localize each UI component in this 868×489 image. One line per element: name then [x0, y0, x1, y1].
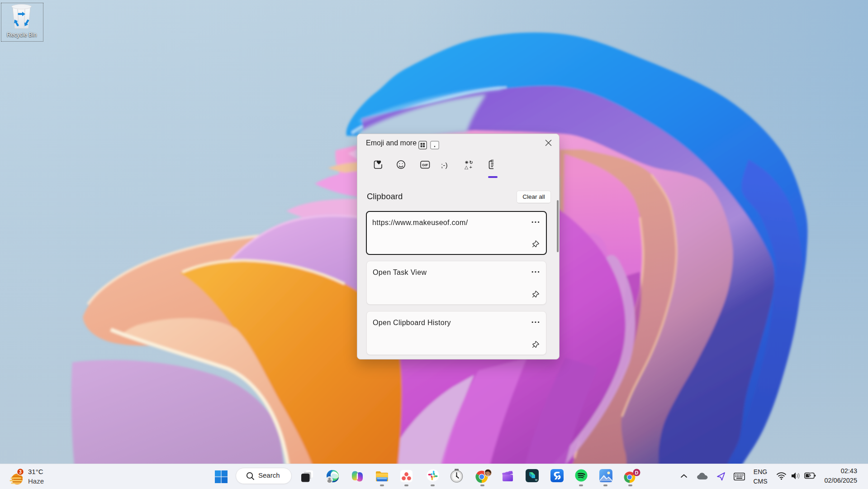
svg-text:3: 3	[19, 469, 22, 475]
svg-text:△: △	[465, 164, 469, 170]
svg-text:w: w	[535, 478, 538, 481]
svg-text:;-): ;-)	[441, 161, 448, 169]
svg-text:GIF: GIF	[422, 163, 428, 167]
svg-text:+: +	[470, 164, 472, 170]
svg-text:D: D	[635, 470, 639, 475]
